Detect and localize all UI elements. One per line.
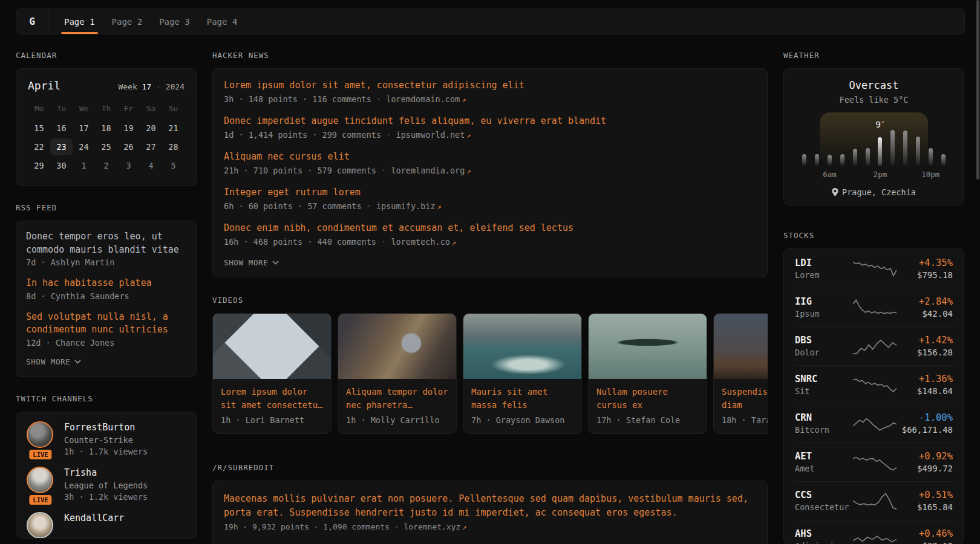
calendar-day[interactable]: 4 — [140, 157, 162, 174]
stock-list: LDILorem+4.35%$795.18IIGIpsum+2.84%$42.0… — [795, 249, 953, 544]
video-title-link[interactable]: Lorem ipsum dolor sit amet consectetu… — [221, 386, 323, 412]
hackernews-item-link[interactable]: Integer eget rutrum lorem — [224, 187, 756, 198]
nav-tab-page-3[interactable]: Page 3 — [151, 9, 198, 34]
item-meta: 3h · 148 points · 116 comments · loremdo… — [224, 94, 756, 104]
calendar-day[interactable]: 25 — [95, 138, 117, 155]
video-card[interactable]: Nullam posuere cursus ex17h · Stefan Col… — [588, 313, 707, 434]
calendar-day[interactable]: 28 — [162, 138, 185, 155]
video-title-link[interactable]: Suspendisse tempor diam — [722, 386, 768, 412]
video-title-link[interactable]: Mauris sit amet massa felis — [471, 386, 573, 412]
current-temperature-label: 9° — [875, 120, 884, 129]
source-domain-link[interactable]: ipsumworld.net — [396, 130, 465, 140]
stock-values: +1.42%$156.28 — [897, 335, 953, 357]
calendar-day[interactable]: 18 — [95, 120, 117, 137]
hackernews-item-link[interactable]: Lorem ipsum dolor sit amet, consectetur … — [224, 80, 756, 91]
stock-symbol: AHS — [795, 528, 853, 539]
hackernews-show-more-button[interactable]: SHOW MORE — [224, 258, 756, 267]
nav-tab-page-1[interactable]: Page 1 — [56, 9, 103, 34]
stock-row[interactable]: CCSConsectetur+0.51%$165.84 — [795, 481, 953, 520]
stock-name: Lorem — [795, 270, 853, 280]
separator-dot: · — [394, 522, 399, 531]
source-domain-link[interactable]: loremlandia.org — [391, 166, 465, 175]
rss-show-more-button[interactable]: SHOW MORE — [26, 357, 186, 366]
video-title-link[interactable]: Aliquam tempor dolor nec pharetra… — [346, 386, 448, 412]
source-domain-link[interactable]: loremdomain.com — [386, 94, 460, 104]
nav-tab-page-4[interactable]: Page 4 — [198, 9, 246, 34]
stock-row[interactable]: LDILorem+4.35%$795.18 — [795, 249, 953, 288]
calendar-day[interactable]: 1 — [73, 157, 95, 174]
stock-sparkline — [853, 299, 897, 317]
subreddit-post-list: Maecenas mollis pulvinar erat non posuer… — [224, 492, 756, 531]
stock-row[interactable]: AHSAdipiscing+0.46%$88.12 — [795, 520, 953, 544]
nav-tab-page-2[interactable]: Page 2 — [103, 9, 151, 34]
hackernews-list: Lorem ipsum dolor sit amet, consectetur … — [224, 80, 756, 247]
calendar-day[interactable]: 17 — [73, 120, 95, 137]
source-domain-link[interactable]: loremtech.co — [391, 237, 450, 247]
calendar-day[interactable]: 16 — [50, 120, 73, 137]
stock-symbol: IIG — [795, 296, 853, 307]
stock-symbol: AET — [795, 451, 853, 462]
source-domain-link[interactable]: loremnet.xyz — [403, 522, 460, 531]
calendar-day[interactable]: 30 — [50, 157, 73, 174]
calendar-day[interactable]: 5 — [162, 157, 185, 174]
video-card[interactable]: Suspendisse tempor diam18h · Tara — [713, 313, 768, 434]
calendar-day[interactable]: 22 — [28, 138, 50, 155]
video-card-row: Lorem ipsum dolor sit amet consectetu…1h… — [212, 313, 768, 434]
calendar-day[interactable]: 27 — [140, 138, 162, 155]
calendar-day[interactable]: 20 — [140, 120, 162, 137]
stock-row[interactable]: CRNBitcorn-1.00%$66,171.48 — [795, 404, 953, 442]
video-card[interactable]: Mauris sit amet massa felis7h · Grayson … — [463, 313, 582, 434]
stock-row[interactable]: DBSDolor+1.42%$156.28 — [795, 326, 953, 365]
external-link-icon: ↗ — [452, 238, 456, 247]
twitch-channel-row[interactable]: LIVEForrestBurtonCounter-Strike1h · 1.7k… — [26, 421, 186, 456]
separator-dot: · — [367, 201, 371, 211]
stock-price: $156.28 — [897, 348, 953, 357]
stock-row[interactable]: IIGIpsum+2.84%$42.04 — [795, 288, 953, 326]
calendar-day[interactable]: 19 — [117, 120, 140, 137]
calendar-day[interactable]: 15 — [28, 120, 50, 137]
calendar-day[interactable]: 2 — [95, 157, 117, 174]
video-thumbnail — [338, 314, 456, 379]
stock-price: $88.12 — [897, 541, 953, 544]
app-logo[interactable]: G — [16, 9, 48, 34]
rss-item-link[interactable]: Sed volutpat nulla nisl, a condimentum n… — [26, 311, 186, 337]
stock-values: +2.84%$42.04 — [897, 296, 953, 319]
calendar-day[interactable]: 21 — [162, 120, 185, 137]
twitch-channel-list: LIVEForrestBurtonCounter-Strike1h · 1.7k… — [26, 421, 186, 539]
twitch-channel-name[interactable]: Trisha — [64, 467, 97, 478]
calendar-day-selected[interactable]: 23 — [50, 138, 73, 155]
calendar-day[interactable]: 3 — [117, 157, 140, 174]
video-card[interactable]: Aliquam tempor dolor nec pharetra…1h · M… — [338, 313, 457, 434]
hackernews-item: Donec imperdiet augue tincidunt felis al… — [224, 115, 756, 140]
hour-bar — [903, 131, 907, 166]
avatar — [27, 512, 53, 539]
twitch-channel-row[interactable]: KendallCarr — [26, 512, 186, 539]
rss-item-link[interactable]: Donec tempor eros leo, ut commodo mauris… — [26, 230, 186, 256]
stock-values: +0.46%$88.12 — [897, 528, 953, 544]
hackernews-item-link[interactable]: Donec enim nibh, condimentum et accumsan… — [224, 222, 756, 234]
subreddit-post-link[interactable]: Maecenas mollis pulvinar erat non posuer… — [224, 492, 756, 520]
rss-item-link[interactable]: In hac habitasse platea — [26, 277, 186, 290]
external-link-icon: ↗ — [462, 523, 466, 531]
rss-item: Sed volutpat nulla nisl, a condimentum n… — [26, 311, 186, 348]
video-card[interactable]: Lorem ipsum dolor sit amet consectetu…1h… — [212, 313, 332, 434]
twitch-channel-row[interactable]: LIVETrishaLeague of Legends3h · 1.2k vie… — [26, 467, 186, 502]
video-title-link[interactable]: Nullam posuere cursus ex — [596, 386, 699, 412]
stocks-card: LDILorem+4.35%$795.18IIGIpsum+2.84%$42.0… — [783, 248, 964, 544]
twitch-channel-name[interactable]: ForrestBurton — [64, 422, 135, 433]
twitch-channel-meta: 1h · 1.7k viewers — [64, 447, 148, 456]
hackernews-item-link[interactable]: Aliquam nec cursus elit — [224, 151, 756, 163]
hackernews-item-link[interactable]: Donec imperdiet augue tincidunt felis al… — [224, 115, 756, 127]
calendar-day[interactable]: 29 — [28, 157, 50, 174]
calendar-day[interactable]: 24 — [73, 138, 95, 155]
page-scrollbar[interactable] — [976, 0, 979, 180]
stock-symbol: CRN — [795, 412, 853, 423]
stock-row[interactable]: SNRCSit+1.36%$148.64 — [795, 365, 953, 404]
source-domain-link[interactable]: ipsumify.biz — [376, 201, 436, 211]
twitch-channel-name[interactable]: KendallCarr — [64, 513, 124, 523]
calendar-day[interactable]: 26 — [117, 138, 140, 155]
stock-symbol: DBS — [795, 335, 853, 346]
stock-row[interactable]: AETAmet+0.92%$499.72 — [795, 442, 953, 481]
twitch-channel-meta: 3h · 1.2k viewers — [64, 492, 148, 502]
item-meta: 6h · 60 points · 57 comments · ipsumify.… — [224, 201, 756, 211]
